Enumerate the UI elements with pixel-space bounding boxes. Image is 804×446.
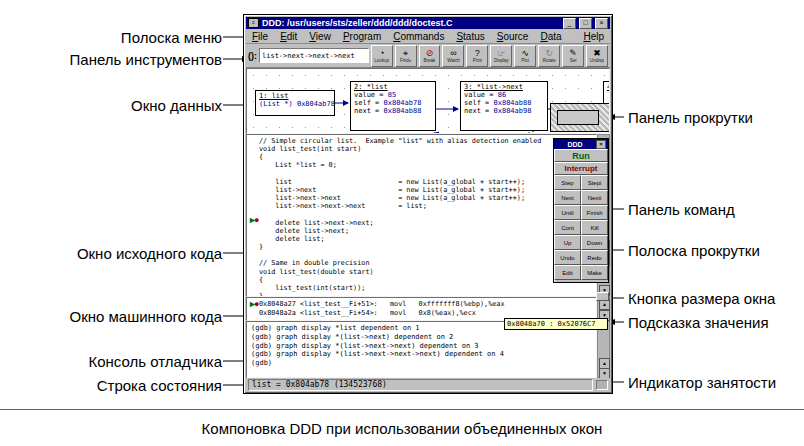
display-node-1[interactable]: 1: list (List *) 0x804ab78 [255, 90, 335, 116]
menu-view[interactable]: View [303, 31, 337, 42]
interrupt-button[interactable]: Interrupt [554, 162, 608, 175]
down-button[interactable]: Down [581, 235, 608, 250]
machine-breakpoint-icon: ● [254, 300, 259, 309]
label-machine-window: Окно машинного кода [70, 308, 223, 325]
value-tip: 0x8048a70 : 0x52076C7 [504, 318, 608, 330]
lookup-button[interactable]: ◔Lookup [371, 45, 393, 67]
redo-button[interactable]: Redo [581, 250, 608, 265]
print-button[interactable]: ?Print [466, 45, 488, 67]
label-data-window: Окно данных [131, 97, 222, 114]
set-icon: ✎ [569, 49, 577, 58]
run-button[interactable]: Run [554, 149, 608, 162]
watch-button[interactable]: ∞Watch [442, 45, 464, 67]
menu-program[interactable]: Program [337, 31, 387, 42]
display-button[interactable]: ☞Display [490, 45, 512, 67]
undo-button[interactable]: Undo [554, 250, 581, 265]
edit-button[interactable]: Edit [554, 265, 581, 280]
print-icon: ? [475, 49, 480, 58]
data-window[interactable]: 1: list (List *) 0x804ab78 2: *list valu… [246, 68, 610, 134]
find-button[interactable]: ⌖Find» [395, 45, 417, 67]
lookup-icon: ◔ [379, 49, 384, 58]
until-button[interactable]: Until [554, 205, 581, 220]
breakpoint-icon: ⊘ [426, 49, 434, 58]
title-bar[interactable]: ≡ DDD: /usr/users/sts/zeller/ddd/ddd/doc… [246, 17, 610, 29]
menu-commands[interactable]: Commands [387, 31, 450, 42]
set-button[interactable]: ✎Set [562, 45, 584, 67]
menu-bar: File Edit View Program Commands Status S… [246, 29, 610, 44]
command-tool-close-icon[interactable]: × [596, 140, 606, 149]
display-node-2[interactable]: 2: *list value = 85 self = 0x804ab78 nex… [350, 81, 436, 131]
display-icon: ☞ [497, 49, 505, 58]
machine-code-text: 0x8048a27 <list_test__Fi+51>: movl 0xfff… [247, 298, 596, 318]
status-text: list = 0x804ab78 (134523768) [248, 379, 593, 391]
plot-button[interactable]: ∿Plot [514, 45, 536, 67]
label-busy-indicator: Индикатор занятости [628, 374, 776, 391]
status-line: list = 0x804ab78 (134523768) [246, 378, 610, 391]
menu-status[interactable]: Status [450, 31, 490, 42]
label-menu-bar: Полоска меню [121, 29, 222, 46]
menu-edit[interactable]: Edit [274, 31, 303, 42]
label-debug-console: Консоль отладчика [88, 353, 222, 370]
label-value-tip: Подсказка значения [628, 314, 769, 331]
step-button[interactable]: Step [554, 175, 581, 190]
toolbar: (): ◔Lookup ⌖Find» ⊘Break ∞Watch ?Print … [246, 44, 610, 68]
menu-data[interactable]: Data [534, 31, 567, 42]
label-resize-button: Кнопка размера окна [628, 290, 775, 307]
source-window[interactable]: // Simple circular list. Example "list" … [246, 134, 597, 297]
busy-indicator [596, 380, 608, 390]
window-resize-sash-button[interactable] [596, 292, 609, 301]
minimize-button[interactable]: _ [563, 18, 576, 29]
figure-canvas: Полоска меню Панель инструментов Окно да… [0, 0, 804, 446]
ddd-main-window: ≡ DDD: /usr/users/sts/zeller/ddd/ddd/doc… [243, 14, 613, 394]
make-button[interactable]: Make [581, 265, 608, 280]
source-code-text: // Simple circular list. Example "list" … [247, 135, 596, 297]
up-button[interactable]: Up [554, 235, 581, 250]
cont-button[interactable]: Cont [554, 220, 581, 235]
label-source-window: Окно исходного кода [77, 245, 222, 262]
label-scroll-bar: Полоска прокрутки [628, 242, 760, 259]
close-button[interactable]: × [595, 18, 608, 29]
window-title: DDD: /usr/users/sts/zeller/ddd/ddd/docte… [262, 18, 560, 28]
command-button-grid: Step Stepi Next Nexti Until Finish Cont … [554, 175, 608, 280]
label-status-line: Строка состояния [97, 377, 222, 394]
command-panel: DDD × Run Interrupt Step Stepi Next Next… [553, 138, 609, 283]
plot-icon: ∿ [521, 49, 529, 58]
figure-caption: Компоновка DDD при использовании объедин… [0, 420, 804, 437]
rotate-button[interactable]: ↻Rotate [538, 45, 560, 67]
window-icon: ≡ [248, 18, 259, 28]
find-icon: ⌖ [403, 49, 408, 58]
next-button[interactable]: Next [554, 190, 581, 205]
caption-divider [0, 409, 804, 410]
kill-button[interactable]: Kill [581, 220, 608, 235]
undisplay-icon: ✖ [593, 49, 601, 58]
command-tool-titlebar[interactable]: DDD × [554, 139, 608, 149]
data-scroll-panel[interactable] [550, 103, 610, 132]
maximize-button[interactable]: □ [579, 18, 592, 29]
undisplay-button[interactable]: ✖Undisp [586, 45, 608, 67]
break-button[interactable]: ⊘Break [419, 45, 441, 67]
rotate-icon: ↻ [545, 49, 553, 58]
data-scroll-thumb[interactable] [557, 110, 599, 125]
menu-source[interactable]: Source [491, 31, 535, 42]
command-tool-title: DDD [556, 141, 594, 148]
watch-icon: ∞ [450, 49, 456, 58]
argument-input[interactable] [259, 48, 369, 63]
finish-button[interactable]: Finish [581, 205, 608, 220]
breakpoint-stop-icon: ● [254, 216, 259, 225]
label-scroll-panel: Панель прокрутки [628, 109, 753, 126]
nexti-button[interactable]: Nexti [581, 190, 608, 205]
menu-file[interactable]: File [246, 31, 274, 42]
display-node-3[interactable]: 3: *list->next value = 86 self = 0x804ab… [460, 81, 548, 131]
menu-help[interactable]: Help [577, 31, 610, 42]
stepi-button[interactable]: Stepi [581, 175, 608, 190]
label-command-panel: Панель команд [628, 201, 735, 218]
argument-label: (): [248, 51, 257, 61]
label-toolbar: Панель инструментов [70, 51, 222, 68]
